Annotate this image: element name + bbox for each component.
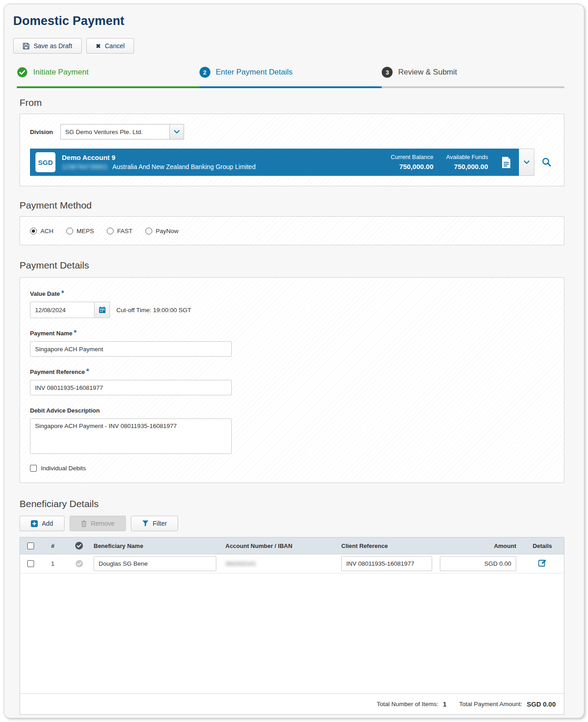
cancel-button[interactable]: ✖ Cancel [86, 38, 135, 54]
total-amount-value: SGD 0.00 [527, 701, 556, 708]
header-details: Details [521, 543, 564, 549]
division-select[interactable]: SG Demo Ventures Pte. Ltd. [60, 124, 184, 139]
account-name: Demo Account 9 [62, 153, 255, 162]
required-marker: * [86, 368, 89, 375]
payment-details-heading: Payment Details [20, 260, 564, 271]
account-number: 1238764739901 [62, 163, 108, 171]
from-heading: From [20, 97, 564, 108]
payment-method-heading: Payment Method [20, 200, 564, 211]
save-as-draft-button[interactable]: Save as Draft [13, 38, 82, 54]
filter-label: Filter [153, 520, 167, 527]
payment-reference-label: Payment Reference [30, 368, 85, 375]
header-client-reference: Client Reference [341, 543, 439, 549]
trash-icon [81, 520, 87, 527]
stepper: Initiate Payment 2 Enter Payment Details… [17, 66, 564, 88]
step-number-3: 3 [382, 67, 393, 78]
currency-badge: SGD [35, 152, 55, 172]
division-label: Division [30, 129, 53, 135]
from-panel: Division SG Demo Ventures Pte. Ltd. SGD … [20, 114, 564, 186]
step-label-details: Enter Payment Details [216, 68, 293, 77]
table-totals-footer: Total Number of Items: 1 Total Payment A… [20, 693, 564, 714]
row-client-reference-input[interactable] [341, 556, 432, 571]
row-account-number: 262332121 [225, 560, 256, 567]
beneficiary-table-header: # Beneficiary Name Account Number / IBAN… [20, 538, 564, 554]
remove-beneficiary-button[interactable]: Remove [70, 516, 126, 531]
page-title: Domestic Payment [13, 14, 584, 28]
selected-account-bar[interactable]: SGD Demo Account 9 1238764739901 Austral… [30, 149, 519, 176]
radio-paynow-circle [145, 228, 152, 234]
toolbar: Save as Draft ✖ Cancel [13, 38, 584, 54]
available-funds-value: 750,000.00 [446, 162, 488, 172]
calendar-icon[interactable] [95, 302, 110, 318]
division-selected-value: SG Demo Ventures Pte. Ltd. [60, 124, 169, 139]
table-row: 1 262332121 [20, 554, 564, 573]
total-amount-label: Total Payment Amount: [459, 701, 523, 707]
radio-ach[interactable]: ACH [30, 228, 54, 234]
filter-button[interactable]: Filter [131, 516, 178, 531]
status-check-header-icon [75, 542, 83, 550]
add-label: Add [42, 520, 53, 527]
step-number-2: 2 [199, 67, 210, 78]
header-amount: Amount [439, 543, 521, 549]
row-beneficiary-name-input[interactable] [94, 556, 216, 571]
payment-name-input[interactable] [30, 341, 232, 357]
individual-debits-box [30, 465, 37, 472]
payment-reference-input[interactable] [30, 380, 232, 395]
radio-paynow[interactable]: PayNow [145, 228, 179, 234]
table-empty-area [20, 573, 564, 693]
add-plus-icon [31, 520, 38, 527]
header-index: # [41, 543, 65, 549]
step-bar-active [199, 86, 382, 88]
row-status-check-icon [75, 560, 83, 568]
total-items-value: 1 [443, 701, 447, 708]
radio-meps[interactable]: MEPS [66, 228, 94, 234]
beneficiary-table: # Beneficiary Name Account Number / IBAN… [20, 537, 564, 715]
cancel-x-icon: ✖ [96, 43, 101, 50]
debit-advice-label: Debit Advice Description [30, 407, 100, 414]
step-initiate-payment[interactable]: Initiate Payment [17, 66, 199, 88]
step-bar-pending [382, 86, 564, 88]
step-bar-complete [17, 86, 199, 88]
domestic-payment-page: Domestic Payment Save as Draft ✖ Cancel … [4, 4, 584, 718]
radio-fast[interactable]: FAST [107, 228, 133, 234]
current-balance-value: 750,000.00 [391, 162, 434, 172]
payment-method-panel: ACH MEPS FAST PayNow [20, 216, 564, 245]
cancel-label: Cancel [105, 42, 125, 50]
value-date-label: Value Date [30, 290, 60, 297]
step-label-review: Review & Submit [398, 68, 457, 77]
row-edit-details-icon[interactable] [538, 558, 547, 568]
value-date-input[interactable] [30, 302, 95, 318]
account-statement-icon[interactable] [501, 156, 512, 169]
check-circle-icon [17, 67, 28, 78]
save-as-draft-label: Save as Draft [34, 42, 72, 50]
account-bank-name: Australia And New Zealand Banking Group … [112, 163, 255, 171]
account-search-icon[interactable] [542, 157, 552, 167]
step-review-submit[interactable]: 3 Review & Submit [382, 66, 564, 88]
filter-icon [142, 520, 149, 527]
individual-debits-label: Individual Debits [41, 465, 86, 472]
available-funds-label: Available Funds [446, 153, 488, 162]
beneficiary-details-heading: Beneficiary Details [20, 498, 564, 509]
chevron-down-icon [169, 124, 184, 139]
account-dropdown-chevron[interactable] [519, 149, 534, 176]
cutoff-time-text: Cut-off Time: 19:00:00 SGT [116, 307, 191, 314]
payment-name-label: Payment Name [30, 330, 72, 337]
select-all-checkbox[interactable] [27, 543, 34, 549]
radio-ach-circle [30, 228, 37, 234]
step-label-initiate: Initiate Payment [33, 68, 89, 77]
payment-details-panel: Value Date* Cut-off Time: 19:00:00 SGT P… [20, 277, 564, 483]
radio-fast-circle [107, 228, 114, 234]
debit-advice-textarea[interactable]: Singapore ACH Payment - INV 08011935-160… [30, 418, 232, 454]
radio-meps-circle [66, 228, 73, 234]
row-amount-input[interactable] [440, 556, 516, 571]
remove-label: Remove [91, 520, 115, 527]
row-checkbox[interactable] [27, 560, 34, 567]
add-beneficiary-button[interactable]: Add [20, 516, 65, 531]
header-account-number: Account Number / IBAN [225, 543, 341, 549]
individual-debits-checkbox[interactable]: Individual Debits [30, 465, 554, 472]
header-beneficiary-name: Beneficiary Name [94, 543, 225, 549]
total-items-label: Total Number of Items: [377, 701, 439, 707]
required-marker: * [61, 289, 64, 297]
required-marker: * [74, 329, 76, 337]
step-enter-payment-details[interactable]: 2 Enter Payment Details [199, 66, 382, 88]
